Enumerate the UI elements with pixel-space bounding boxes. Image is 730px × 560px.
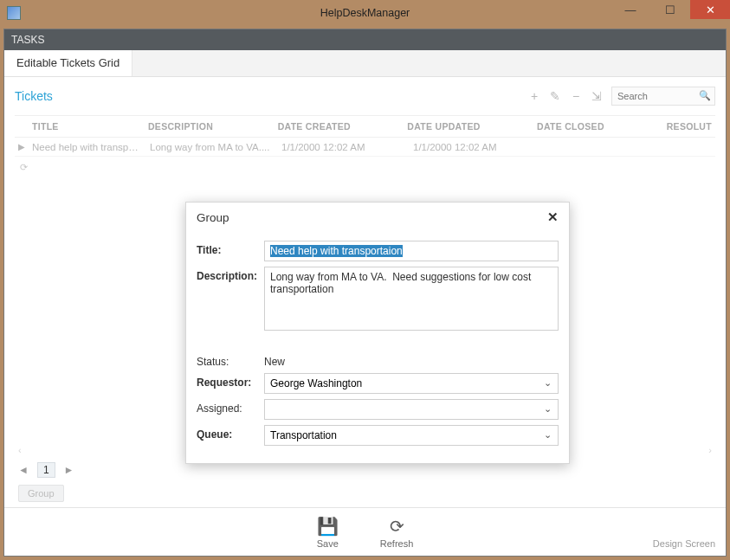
group-button-row: Group <box>15 483 715 507</box>
label-requestor: Requestor: <box>197 373 264 389</box>
pager-page[interactable]: 1 <box>37 462 55 478</box>
queue-select[interactable] <box>264 425 559 446</box>
pager-next[interactable]: ► <box>64 464 74 476</box>
label-description: Description: <box>197 267 264 282</box>
table-row[interactable]: ▶ Need help with transportaion Long way … <box>15 138 715 157</box>
save-button[interactable]: 💾 Save <box>317 516 339 549</box>
grid-header: TITLE DESCRIPTION DATE CREATED DATE UPDA… <box>15 115 715 138</box>
refresh-icon: ⟳ <box>390 516 404 537</box>
col-resolution[interactable]: RESOLUT <box>663 116 715 137</box>
app-window: HelpDeskManager — ☐ ✕ TASKS Editable Tic… <box>0 0 730 560</box>
requestor-select[interactable] <box>264 373 559 394</box>
col-description[interactable]: DESCRIPTION <box>145 116 275 137</box>
label-queue: Queue: <box>197 425 264 441</box>
refresh-button[interactable]: ⟳ Refresh <box>380 516 414 549</box>
label-status: Status: <box>197 352 264 368</box>
refresh-label: Refresh <box>380 538 414 549</box>
description-textarea[interactable] <box>264 267 559 331</box>
pager-prev[interactable]: ◄ <box>18 464 29 476</box>
toolbar: + ✎ − ⇲ 🔍 <box>528 87 715 106</box>
minimize-button[interactable]: — <box>610 0 650 19</box>
tasks-header: TASKS <box>4 29 726 50</box>
titlebar[interactable]: HelpDeskManager — ☐ ✕ <box>0 0 730 26</box>
search-input[interactable] <box>611 87 715 106</box>
search-wrap: 🔍 <box>611 87 715 106</box>
tabstrip: Editable Tickets Grid <box>4 50 726 77</box>
content-header: Tickets + ✎ − ⇲ 🔍 <box>15 84 715 108</box>
assigned-select[interactable] <box>264 399 559 420</box>
cell-date-created: 1/1/2000 12:02 AM <box>278 140 410 154</box>
bottom-bar: 💾 Save ⟳ Refresh Design Screen <box>4 507 726 556</box>
scroll-left-icon[interactable]: ‹ <box>18 445 22 455</box>
cell-description: Long way from MA to VA.... <box>146 140 278 154</box>
col-date-updated[interactable]: DATE UPDATED <box>404 116 533 137</box>
section-title: Tickets <box>15 89 53 103</box>
maximize-button[interactable]: ☐ <box>650 0 690 19</box>
close-button[interactable]: ✕ <box>690 0 730 19</box>
remove-icon[interactable]: − <box>570 90 582 102</box>
scroll-right-icon[interactable]: › <box>708 445 712 455</box>
label-assigned: Assigned: <box>197 399 264 415</box>
col-date-created[interactable]: DATE CREATED <box>275 116 404 137</box>
add-icon[interactable]: + <box>528 90 540 102</box>
status-value: New <box>264 352 559 368</box>
window-controls: — ☐ ✕ <box>610 0 730 19</box>
dialog-title: Group <box>197 211 229 224</box>
dialog-header[interactable]: Group ✕ <box>186 203 569 232</box>
cell-date-closed <box>541 145 673 149</box>
loading-spinner-icon: ⟳ <box>20 162 715 173</box>
group-dialog: Group ✕ Title: Description: S <box>185 202 570 464</box>
cell-date-updated: 1/1/2000 12:02 AM <box>410 140 541 154</box>
design-screen-link[interactable]: Design Screen <box>653 538 715 549</box>
row-caret-icon: ▶ <box>15 142 29 151</box>
label-title: Title: <box>197 241 264 256</box>
dialog-body: Title: Description: Status: New Requ <box>186 232 569 463</box>
group-button[interactable]: Group <box>18 485 64 502</box>
edit-icon[interactable]: ✎ <box>549 90 561 102</box>
cell-title: Need help with transportaion <box>29 140 146 154</box>
dialog-close-icon[interactable]: ✕ <box>547 209 559 225</box>
title-input[interactable] <box>264 241 559 261</box>
col-date-closed[interactable]: DATE CLOSED <box>533 116 663 137</box>
tab-editable-tickets-grid[interactable]: Editable Tickets Grid <box>4 50 132 76</box>
save-icon: 💾 <box>317 516 339 537</box>
save-label: Save <box>317 538 339 549</box>
export-icon[interactable]: ⇲ <box>591 90 603 102</box>
col-title[interactable]: TITLE <box>15 116 145 137</box>
tickets-grid: TITLE DESCRIPTION DATE CREATED DATE UPDA… <box>15 115 715 443</box>
content: Tickets + ✎ − ⇲ 🔍 TITLE DESCRIPTION DATE <box>4 77 726 507</box>
client-area: TASKS Editable Tickets Grid Tickets + ✎ … <box>3 29 727 557</box>
